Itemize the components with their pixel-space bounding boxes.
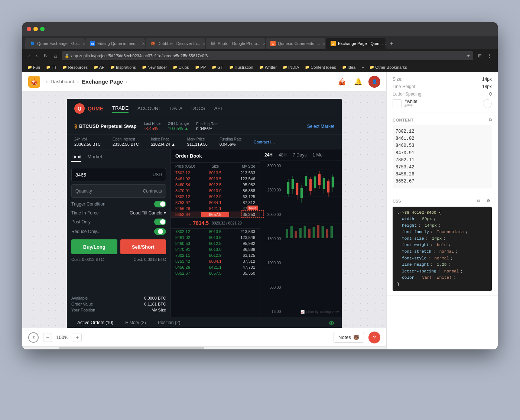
sell-short-button[interactable]: Sell/Short bbox=[120, 239, 166, 254]
breadcrumb-dashboard[interactable]: Dashboard bbox=[51, 79, 74, 84]
tab-exchange-page[interactable]: Z Exchange Page - Qum... ✕ bbox=[326, 38, 386, 49]
ob-sell-row-7[interactable]: 8456.29 8421.1 47,701 bbox=[171, 206, 260, 211]
ob-buy-row-4[interactable]: 8470.91 8013.0 86,888 bbox=[171, 246, 260, 252]
tab-google-photo[interactable]: 🖼 Photo - Google Photo... ✕ bbox=[206, 38, 265, 49]
nav-account[interactable]: ACCOUNT bbox=[137, 104, 161, 113]
tab-close-6[interactable]: ✕ bbox=[385, 42, 386, 46]
nav-trade[interactable]: TRADE bbox=[112, 104, 129, 113]
ob-sell-row-6[interactable]: 8753.97 8034.1 87,312 bbox=[171, 200, 260, 206]
trigger-toggle[interactable] bbox=[154, 201, 166, 207]
quantity-input-group[interactable]: Quantity Contracts bbox=[71, 184, 166, 198]
ob-buy-row-5[interactable]: 7802.11 8012.9 63,125 bbox=[171, 252, 260, 258]
ob-buy-row-1[interactable]: 7802.12 8013.5 213,533 bbox=[171, 229, 260, 235]
ob-buy-row-7[interactable]: 8456.26 8421.1 47,701 bbox=[171, 264, 260, 270]
bookmark-af[interactable]: 📁 AF bbox=[91, 64, 107, 71]
extensions-icon[interactable]: ⊞ bbox=[476, 52, 484, 59]
maximize-button[interactable] bbox=[40, 27, 45, 31]
time-in-force-select[interactable]: Good Till Cancle ▾ bbox=[130, 210, 166, 216]
chart-tab-48h[interactable]: 48H bbox=[279, 152, 287, 158]
select-market-btn[interactable]: Select Market bbox=[307, 124, 334, 129]
settings-icon[interactable]: 🎪 bbox=[336, 76, 348, 88]
forward-button[interactable]: › bbox=[35, 52, 39, 59]
tab-close-2[interactable]: ✕ bbox=[142, 42, 145, 46]
tab-market[interactable]: Market bbox=[87, 154, 102, 162]
tab-position[interactable]: Position (2) bbox=[152, 317, 186, 328]
add-order-btn[interactable]: ⊕ bbox=[329, 319, 334, 327]
address-bar[interactable]: 🔒 app.zeplin.io/project/5d2f5dd3ecb0234c… bbox=[62, 51, 473, 60]
bookmark-india[interactable]: 📁 INDIA bbox=[280, 64, 301, 71]
user-avatar[interactable]: 👤 bbox=[368, 76, 380, 88]
bookmark-clubs[interactable]: 📁 Clubs bbox=[170, 64, 191, 71]
ob-buy-row-2[interactable]: 8461.02 8013.5 123,546 bbox=[171, 235, 260, 240]
contract-info-link[interactable]: Contract I... bbox=[254, 140, 275, 144]
minimize-button[interactable] bbox=[33, 27, 38, 31]
bookmark-other[interactable]: 📁 Other Bookmarks bbox=[367, 64, 409, 71]
ob-sell-row-4[interactable]: 8470.91 8013.0 86,888 bbox=[171, 188, 260, 194]
bell-icon[interactable]: 🔔 bbox=[352, 76, 364, 88]
ob-sell-row-5[interactable]: 7802.12 8012.9 63,125 bbox=[171, 194, 260, 200]
bookmark-more[interactable]: » bbox=[359, 64, 366, 71]
nav-data[interactable]: DATA bbox=[170, 104, 182, 113]
bookmark-pp[interactable]: 📁 PP bbox=[193, 64, 208, 71]
bookmark-insprations[interactable]: 📁 Insprations bbox=[108, 64, 138, 71]
tab-close-3[interactable]: ✕ bbox=[202, 42, 205, 46]
horizontal-scrollbar[interactable] bbox=[22, 346, 386, 349]
bookmark-writter[interactable]: 📁 Writter bbox=[257, 64, 279, 71]
nav-docs[interactable]: DOCS bbox=[191, 104, 205, 113]
bookmark-resources[interactable]: 📁 Resources bbox=[60, 64, 90, 71]
chart-tab-1mo[interactable]: 1 Mo bbox=[312, 152, 322, 158]
bookmark-content-ideas[interactable]: 📁 Content Ideas bbox=[303, 64, 338, 71]
tab-close-5[interactable]: ✕ bbox=[322, 42, 325, 46]
zoom-out-button[interactable]: − bbox=[43, 333, 52, 342]
nav-api[interactable]: API bbox=[214, 104, 222, 113]
buy-long-button[interactable]: Buy/Long bbox=[71, 239, 117, 254]
new-tab-button[interactable]: + bbox=[386, 39, 397, 49]
ob-sell-row-2[interactable]: 8461.02 8013.5 123,546 bbox=[171, 176, 260, 182]
notes-button[interactable]: Notes 🐻 bbox=[334, 332, 364, 343]
menu-icon[interactable]: ⋮ bbox=[486, 52, 493, 59]
tab-dribbble[interactable]: 🏀 Dribbble - Discover th... ✕ bbox=[146, 38, 205, 49]
price-input[interactable]: 8465 bbox=[75, 172, 153, 178]
post-only-toggle[interactable] bbox=[154, 219, 166, 225]
back-button[interactable]: ‹ bbox=[27, 52, 32, 59]
ob-buy-row-6[interactable]: 8753.42 8034.1 87,312 bbox=[171, 258, 260, 264]
css-settings-btn[interactable]: ⚙ bbox=[485, 198, 492, 204]
tab-close-4[interactable]: ✕ bbox=[263, 42, 265, 46]
bookmark-idea[interactable]: 📁 Idea bbox=[340, 64, 358, 71]
copy-css-btn[interactable]: ⧉ bbox=[475, 198, 482, 204]
ob-sell-row-3[interactable]: 8460.54 8012.5 95,982 bbox=[171, 182, 260, 188]
bookmark-new-folder[interactable]: 📁 New folder bbox=[140, 64, 169, 71]
chart-tab-24h[interactable]: 24H bbox=[264, 152, 273, 158]
tab-qume-comments[interactable]: Q Qume.io Comments -... ✕ bbox=[266, 38, 325, 49]
bookmark-gt[interactable]: 📁 GT bbox=[209, 64, 225, 71]
reload-button[interactable]: ↻ bbox=[42, 52, 49, 59]
ob-buy-row-3[interactable]: 8460.53 8012.5 95,982 bbox=[171, 240, 260, 246]
tab-qume-exchange[interactable]: 🔵 Qume Exchange - Go... ✕ bbox=[25, 38, 85, 49]
bookmark-fun[interactable]: 📁 Fun bbox=[25, 64, 42, 71]
ob-buy-row-8[interactable]: 8652.67 8657.5 35,350 bbox=[171, 270, 260, 276]
close-button[interactable] bbox=[27, 27, 31, 31]
tab-close-1[interactable]: ✕ bbox=[82, 42, 85, 46]
chart-tab-7days[interactable]: 7 Days bbox=[293, 152, 306, 158]
reduce-only-toggle[interactable] bbox=[154, 228, 166, 235]
zoom-in-button[interactable]: + bbox=[73, 333, 82, 342]
ob-sell-row-1[interactable]: 7802.12 8013.5 213,533 bbox=[171, 170, 260, 176]
tab-editing-qume[interactable]: M Editing Qume immedi... ✕ bbox=[85, 38, 145, 49]
price-input-group[interactable]: 8465 USD bbox=[71, 168, 166, 181]
tab-active-orders[interactable]: Active Orders (10) bbox=[71, 317, 119, 328]
ob-sell-row-8[interactable]: 8652.64 8657.5 35,350 bbox=[171, 211, 260, 217]
color-arrow-btn[interactable]: → bbox=[483, 99, 492, 108]
bookmark-tt[interactable]: 📁 TT bbox=[44, 64, 59, 71]
help-button[interactable]: ? bbox=[368, 332, 380, 343]
copy-content-btn[interactable]: ⧉ bbox=[489, 117, 492, 122]
tab-limit[interactable]: Limit bbox=[71, 154, 81, 162]
bookmark-illustration[interactable]: 📁 Illustration bbox=[227, 64, 256, 71]
back-nav-icon[interactable]: ‹ bbox=[46, 79, 48, 84]
scrollbar-thumb[interactable] bbox=[59, 347, 204, 349]
home-button[interactable]: ⌂ bbox=[52, 52, 58, 59]
canvas-viewport[interactable]: Q QUME TRADE ACCOUNT DATA DOCS API ₿ B bbox=[22, 91, 386, 328]
page-nav-icon[interactable]: › bbox=[126, 79, 127, 84]
tab-history[interactable]: History (2) bbox=[119, 317, 152, 328]
size-label: Size: bbox=[393, 77, 403, 82]
star-icon[interactable]: ★ bbox=[467, 54, 470, 58]
